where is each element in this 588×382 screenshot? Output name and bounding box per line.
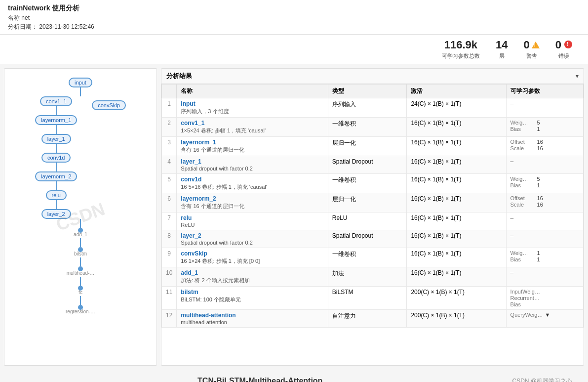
param-key: InputWeig… xyxy=(510,289,540,295)
main-branch: conv1_1 layernorm_1 layer_1 conv1d layer… xyxy=(35,96,77,219)
row-number: 2 xyxy=(162,118,177,137)
row-activation: 24(C) × 1(B) × 1(T) xyxy=(407,98,506,118)
row-activation: 16(C) × 1(B) × 1(T) xyxy=(407,137,506,156)
row-layer-type: 加法 xyxy=(328,267,407,287)
net-row-fc xyxy=(78,286,83,291)
row-number: 11 xyxy=(162,287,177,310)
layer-name-text: layer_1 xyxy=(181,158,323,165)
vline-1 xyxy=(80,87,81,96)
row-params: – xyxy=(506,212,583,230)
vline-11 xyxy=(80,277,81,286)
row-activation: 16(C) × 1(B) × 1(T) xyxy=(407,230,506,248)
warning-icon xyxy=(532,42,540,48)
node-layer-2[interactable]: layer_2 xyxy=(41,209,71,219)
vline-2 xyxy=(56,106,57,115)
results-table-container[interactable]: 名称 类型 激活 可学习参数 1input序列输入，3 个维度序列输入24(C)… xyxy=(161,84,584,365)
row-layer-name: input序列输入，3 个维度 xyxy=(177,98,328,118)
table-row: 5conv1d16 5×16 卷积: 步幅 1，填充 'causal'一维卷积1… xyxy=(162,174,584,193)
row-activation: 16(C) × 1(B) × 1(T) xyxy=(407,248,506,267)
table-row: 7reluReLUReLU16(C) × 1(B) × 1(T)– xyxy=(162,212,584,230)
skip-branch: convSkip xyxy=(92,96,126,110)
param-val: ▼ xyxy=(545,312,550,318)
layer-desc-text: Spatial dropout with factor 0.2 xyxy=(181,166,323,171)
analysis-date: 分析日期： 2023-11-30 12:52:46 xyxy=(8,23,580,31)
param-row: Bias1 xyxy=(510,126,579,132)
row-layer-type: 一维卷积 xyxy=(328,174,407,193)
vline-10 xyxy=(80,257,81,266)
name-label: 名称 xyxy=(8,14,20,21)
node-layer-1[interactable]: layer_1 xyxy=(41,134,71,144)
node-relu[interactable]: relu xyxy=(46,190,67,200)
layer-name-text: conv1_1 xyxy=(181,120,323,127)
row-number: 8 xyxy=(162,230,177,248)
dot-bilstm xyxy=(78,247,83,252)
layer-desc-text: 含有 16 个通道的层归一化 xyxy=(181,203,323,210)
collapse-button[interactable]: ▾ xyxy=(576,73,579,80)
param-row: Bias1 xyxy=(510,256,579,262)
node-conv1d[interactable]: conv1d xyxy=(41,153,71,163)
row-params: Offset16Scale16 xyxy=(506,193,583,212)
param-row: Offset16 xyxy=(510,139,579,145)
panel-title: 分析结果 xyxy=(166,72,192,81)
col-num xyxy=(162,85,177,98)
row-layer-name: conv1_11×5×24 卷积: 步幅 1，填充 'causal' xyxy=(177,118,328,137)
layer-name-text: conv1d xyxy=(181,176,323,183)
table-row: 3layernorm_1含有 16 个通道的层归一化层归一化16(C) × 1(… xyxy=(162,137,584,156)
param-row: Weig…5 xyxy=(510,176,579,182)
param-val: 16 xyxy=(537,202,543,208)
network-nodes: input conv1_1 layernorm_1 layer_1 conv1d xyxy=(9,74,152,319)
param-row: Bias xyxy=(510,301,579,307)
row-layer-type: Spatial Dropout xyxy=(328,156,407,174)
row-layer-name: layernorm_2含有 16 个通道的层归一化 xyxy=(177,193,328,212)
network-diagram: input conv1_1 layernorm_1 layer_1 conv1d xyxy=(4,69,157,365)
node-conv1-1[interactable]: conv1_1 xyxy=(40,96,73,106)
layers-stat: 14 层 xyxy=(496,39,508,60)
param-val: 5 xyxy=(537,120,540,126)
row-params: Weig…5Bias1 xyxy=(506,118,583,137)
param-val: 16 xyxy=(537,145,543,151)
param-key: Bias xyxy=(510,256,535,262)
row-activation: 16(C) × 1(B) × 1(T) xyxy=(407,212,506,230)
dot-multihead xyxy=(78,266,83,271)
param-row: InputWeig… xyxy=(510,289,579,295)
node-convskip[interactable]: convSkip xyxy=(92,100,126,110)
param-row: Weig…1 xyxy=(510,250,579,256)
node-input[interactable]: input xyxy=(69,78,92,87)
row-number: 7 xyxy=(162,212,177,230)
row-layer-name: add_1加法: 将 2 个输入按元素相加 xyxy=(177,267,328,287)
row-activation: 16(C) × 1(B) × 1(T) xyxy=(407,174,506,193)
vline-5 xyxy=(56,163,57,171)
node-layernorm-2[interactable]: layernorm_2 xyxy=(35,171,77,181)
param-key: Bias xyxy=(510,301,535,307)
layer-desc-text: multihead-attention xyxy=(181,319,323,325)
app-title: trainNetwork 使用分析 xyxy=(8,4,580,13)
col-type: 类型 xyxy=(328,85,407,98)
table-header: 名称 类型 激活 可学习参数 xyxy=(162,85,584,98)
panel-header: 分析结果 ▾ xyxy=(161,69,584,84)
row-activation: 16(C) × 1(B) × 1(T) xyxy=(407,156,506,174)
param-row: Bias1 xyxy=(510,182,579,188)
row-number: 1 xyxy=(162,98,177,118)
dot-regression xyxy=(78,305,83,310)
layer-name-text: relu xyxy=(181,214,323,221)
warnings-value: 0 xyxy=(523,39,539,51)
param-val: 1 xyxy=(537,126,540,132)
row-layer-type: 序列输入 xyxy=(328,98,407,118)
param-key: Weig… xyxy=(510,176,535,182)
node-layernorm-1[interactable]: layernorm_1 xyxy=(35,115,77,125)
param-row: QueryWeig…▼ xyxy=(510,312,579,318)
row-layer-type: 一维卷积 xyxy=(328,248,407,267)
vline-3 xyxy=(56,125,57,134)
row-layer-name: layer_1Spatial dropout with factor 0.2 xyxy=(177,156,328,174)
param-key: Offset xyxy=(510,139,535,145)
row-layer-name: layer_2Spatial dropout with factor 0.2 xyxy=(177,230,328,248)
row-activation: 16(C) × 1(B) × 1(T) xyxy=(407,118,506,137)
net-name: 名称 net xyxy=(8,14,580,22)
row-params: Weig…1Bias1 xyxy=(506,248,583,267)
param-val: 1 xyxy=(537,250,540,256)
row-layer-type: 一维卷积 xyxy=(328,118,407,137)
errors-label: 错误 xyxy=(558,52,569,60)
param-row: Scale16 xyxy=(510,202,579,208)
table-row: 12multihead-attentionmultihead-attention… xyxy=(162,310,584,328)
params-label: 可学习参数总数 xyxy=(442,52,480,60)
